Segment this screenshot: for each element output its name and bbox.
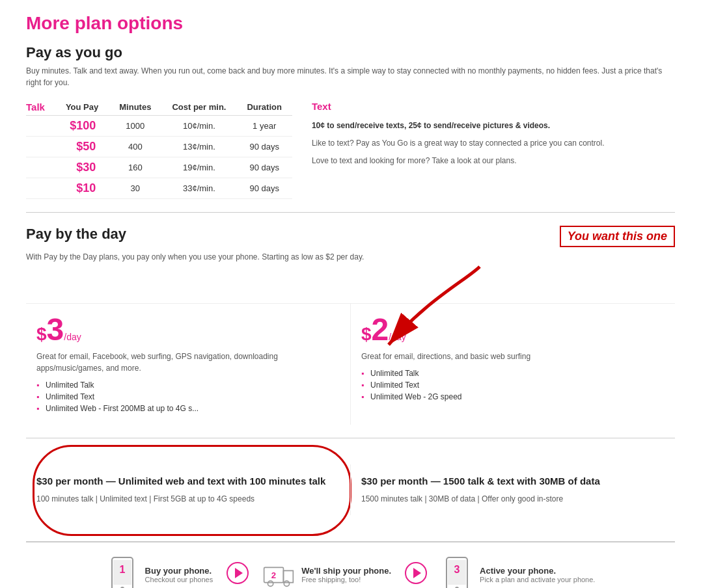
table-row: $30 160 19¢/min. 90 days — [26, 157, 292, 178]
steps-row: 1 Buy your phone. Checkout our phones 2 … — [26, 542, 675, 589]
duration-cell: 1 year — [236, 116, 292, 137]
duration-cell: 90 days — [236, 178, 292, 199]
paygo-text-info: Text 10¢ to send/receive texts, 25¢ to s… — [292, 99, 675, 199]
svg-marker-8 — [284, 570, 294, 582]
price-cell: $30 — [55, 157, 109, 178]
truck-icon: 2 — [263, 556, 294, 589]
plan-price-row: $ 3 /day — [36, 314, 340, 345]
plan-price-num: 3 — [47, 314, 64, 345]
plan-features: Unlimited TalkUnlimited TextUnlimited We… — [36, 379, 340, 414]
monthly-plan-title: $30 per month — 1500 talk & text with 30… — [361, 475, 665, 488]
pbd-description: With Pay by the Day plans, you pay only … — [26, 251, 675, 263]
svg-text:3: 3 — [454, 564, 460, 575]
text-info-line3: Love to text and looking for more? Take … — [312, 155, 675, 167]
step-text: Buy your phone. Checkout our phones — [145, 566, 213, 583]
cost-cell: 33¢/min. — [161, 178, 236, 199]
svg-marker-13 — [413, 568, 421, 578]
step-text: We'll ship your phone. Free shipping, to… — [301, 566, 391, 583]
step-3: 3 Active your phone. Pick a plan and act… — [441, 555, 595, 589]
minutes-cell: 1000 — [109, 116, 161, 137]
plan-price-num: 2 — [372, 314, 389, 345]
step-icon: 2 — [262, 555, 295, 589]
talk-header: Talk — [26, 99, 55, 116]
plan-card-1: $ 2 /day Great for email, directions, an… — [351, 304, 675, 425]
page-container: More plan options Pay as you go Buy minu… — [0, 0, 701, 588]
plan-price-dollar: $ — [361, 324, 372, 345]
step-1: 1 Buy your phone. Checkout our phones — [106, 555, 213, 589]
minutes-header: Minutes — [109, 99, 161, 116]
step-icon: 3 — [441, 555, 473, 589]
minutes-cell: 160 — [109, 157, 161, 178]
cost-cell: 19¢/min. — [161, 157, 236, 178]
svg-text:1: 1 — [119, 564, 125, 575]
arrow-spacer — [26, 273, 675, 293]
cost-cell: 13¢/min. — [161, 137, 236, 157]
paygo-title: Pay as you go — [26, 44, 675, 61]
plan-price-dollar: $ — [36, 324, 47, 345]
step-arrow — [226, 561, 249, 589]
step-subtitle: Checkout our phones — [145, 576, 213, 583]
pbd-plans-row: $ 3 /day Great for email, Facebook, web … — [26, 303, 675, 425]
table-row: $10 30 33¢/min. 90 days — [26, 178, 292, 199]
price-cell: $50 — [55, 137, 109, 157]
monthly-plan-desc: 100 minutes talk | Unlimited text | Firs… — [36, 493, 340, 505]
svg-marker-6 — [235, 568, 243, 578]
monthly-card-1: $30 per month — 1500 talk & text with 30… — [351, 464, 675, 515]
plan-desc: Great for email, Facebook, web surfing, … — [36, 351, 340, 374]
text-info-line1: 10¢ to send/receive texts, 25¢ to send/r… — [312, 120, 675, 132]
svg-point-9 — [268, 581, 273, 586]
step-subtitle: Free shipping, too! — [301, 576, 391, 583]
plan-feature: Unlimited Web - First 200MB at up to 4G … — [36, 403, 340, 414]
monthly-plan-title: $30 per month — Unlimited web and text w… — [36, 475, 340, 488]
you-want-this-annotation: You want this one — [560, 226, 675, 247]
minutes-cell: 400 — [109, 137, 161, 157]
table-row: $100 1000 10¢/min. 1 year — [26, 116, 292, 137]
step-title: Buy your phone. — [145, 566, 213, 576]
paygo-description: Buy minutes. Talk and text away. When yo… — [26, 65, 675, 88]
step-2: 2 We'll ship your phone. Free shipping, … — [262, 555, 391, 589]
pbd-section: Pay by the day You want this one With Pa… — [26, 213, 675, 438]
duration-cell: 90 days — [236, 137, 292, 157]
plan-price-period: /day — [389, 332, 405, 342]
plan-features: Unlimited TalkUnlimited TextUnlimited We… — [361, 368, 665, 403]
plan-feature: Unlimited Text — [36, 391, 340, 403]
plan-price-period: /day — [64, 332, 81, 342]
plan-feature: Unlimited Talk — [361, 368, 665, 379]
arrow-circle-icon — [226, 561, 249, 585]
table-row: $50 400 13¢/min. 90 days — [26, 137, 292, 157]
plan-feature: Unlimited Talk — [36, 379, 340, 391]
plan-card-0: $ 3 /day Great for email, Facebook, web … — [26, 304, 351, 425]
arrow-circle-icon — [404, 561, 428, 585]
pbd-header-row: Pay by the day You want this one — [26, 226, 675, 247]
step-title: We'll ship your phone. — [301, 566, 391, 576]
step-text: Active your phone. Pick a plan and activ… — [480, 566, 595, 583]
monthly-row: $30 per month — Unlimited web and text w… — [26, 451, 675, 528]
price-cell: $10 — [55, 178, 109, 199]
monthly-card-0: $30 per month — Unlimited web and text w… — [26, 464, 351, 515]
duration-header: Duration — [236, 99, 292, 116]
plan-feature: Unlimited Web - 2G speed — [361, 391, 665, 403]
plan-price-row: $ 2 /day — [361, 314, 665, 345]
paygo-table-wrap: Talk You Pay Minutes Cost per min. Durat… — [26, 99, 292, 199]
step-arrow — [404, 561, 428, 589]
plan-feature: Unlimited Text — [361, 379, 665, 391]
text-info-line2: Like to text? Pay as You Go is a great w… — [312, 137, 675, 150]
duration-cell: 90 days — [236, 157, 292, 178]
step-subtitle: Pick a plan and activate your phone. — [480, 576, 595, 583]
paygo-section: Pay as you go Buy minutes. Talk and text… — [26, 44, 675, 213]
monthly-section: $30 per month — Unlimited web and text w… — [26, 438, 675, 542]
price-cell: $100 — [55, 116, 109, 137]
paygo-table: Talk You Pay Minutes Cost per min. Durat… — [26, 99, 292, 199]
svg-point-10 — [284, 581, 289, 586]
phone-icon: 1 — [107, 556, 138, 589]
cost-cell: 10¢/min. — [161, 116, 236, 137]
text-header: Text — [312, 99, 675, 114]
pbd-title: Pay by the day — [26, 226, 126, 243]
monthly-plan-desc: 1500 minutes talk | 30MB of data | Offer… — [361, 493, 665, 505]
you-pay-header: You Pay — [55, 99, 109, 116]
step-icon: 1 — [106, 555, 139, 589]
paygo-container: Talk You Pay Minutes Cost per min. Durat… — [26, 99, 675, 199]
plan-desc: Great for email, directions, and basic w… — [361, 351, 665, 362]
page-title: More plan options — [26, 13, 675, 34]
minutes-cell: 30 — [109, 178, 161, 199]
